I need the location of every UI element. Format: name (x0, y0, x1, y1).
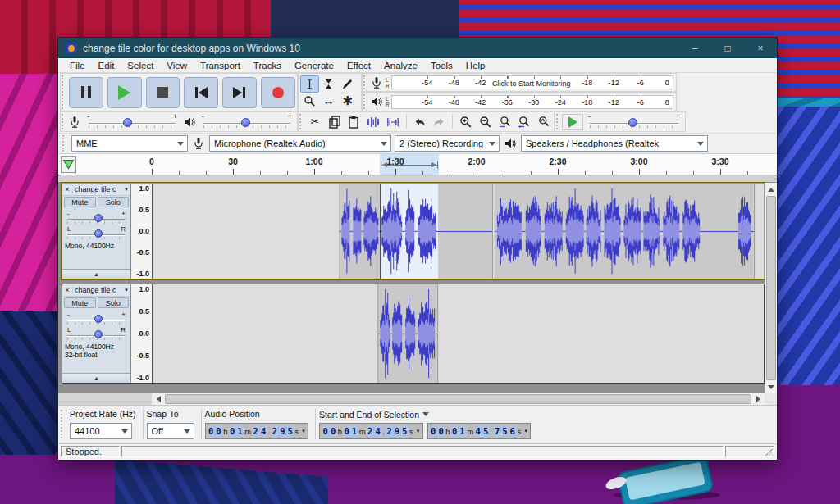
track-1-control-panel[interactable]: × change tile c ▼ Mute Solo - + (62, 184, 131, 279)
time-unit-label[interactable]: h (337, 427, 343, 436)
time-digit[interactable]: 1 (459, 425, 465, 437)
audio-track-2[interactable]: × change tile c ▼ Mute Solo - + (62, 284, 765, 384)
copy-button[interactable] (325, 113, 345, 130)
toolbar-grip[interactable] (299, 114, 304, 129)
recording-meter-scale[interactable]: -54-48-42 Click to Start Monitoring -18-… (391, 75, 673, 89)
time-unit-label[interactable]: h (222, 427, 228, 436)
time-digit[interactable]: 0 (208, 425, 214, 437)
fit-selection-button[interactable] (495, 113, 515, 130)
time-digit[interactable]: 2 (367, 425, 373, 437)
time-unit-label[interactable]: . (490, 427, 494, 436)
menu-item[interactable]: Effect (340, 61, 377, 70)
time-digit[interactable]: 6 (509, 425, 516, 437)
time-digit[interactable]: 1 (236, 425, 243, 437)
time-unit-label[interactable]: m (466, 427, 474, 436)
scroll-right-button[interactable] (752, 393, 765, 405)
time-digit[interactable]: 5 (482, 425, 489, 437)
slider-thumb[interactable] (94, 330, 103, 338)
selection-end-field[interactable]: 00h01m45.756s▼ (427, 423, 532, 439)
resize-grip[interactable] (765, 448, 773, 456)
horizontal-scrollbar[interactable] (58, 393, 777, 405)
project-rate-select[interactable]: 44100 (70, 423, 132, 439)
track-area[interactable]: × change tile c ▼ Mute Solo - + (58, 175, 777, 393)
menu-item[interactable]: Help (459, 61, 492, 70)
time-digit[interactable]: 2 (253, 425, 259, 437)
playback-volume-slider[interactable]: - + (202, 116, 292, 129)
playback-meter-toolbar[interactable]: LR -54-48-42-36-30-24-18-12-60 (362, 92, 677, 111)
toolbar-grip[interactable] (556, 114, 560, 129)
vertical-scrollbar[interactable] (765, 183, 777, 393)
menu-item[interactable]: Edit (92, 61, 121, 70)
time-digit[interactable]: 0 (451, 425, 458, 437)
zoom-toggle-button[interactable] (534, 113, 554, 130)
track-1-waveform-canvas[interactable] (153, 184, 764, 279)
slider-thumb[interactable] (241, 118, 250, 127)
audio-position-field[interactable]: 00h01m24.295s▼ (205, 423, 309, 439)
mute-button[interactable]: Mute (64, 297, 96, 308)
slider-thumb[interactable] (94, 229, 103, 238)
time-digit[interactable]: 2 (386, 425, 392, 437)
vertical-scrollbar-thumb[interactable] (766, 196, 776, 380)
selection-mode-dropdown[interactable]: Start and End of Selection (319, 409, 531, 420)
pan-slider[interactable]: L R (67, 225, 126, 240)
time-digit[interactable]: 5 (401, 425, 408, 437)
time-digit[interactable]: 0 (229, 425, 235, 437)
track-menu-dropdown-icon[interactable]: ▼ (124, 288, 129, 293)
recording-volume-slider[interactable]: - + (87, 116, 177, 129)
time-unit-label[interactable]: . (381, 427, 386, 436)
slider-thumb[interactable] (628, 118, 637, 127)
pan-slider[interactable]: L R (67, 326, 126, 341)
play-button[interactable] (107, 77, 142, 108)
time-digit[interactable]: 0 (437, 425, 444, 437)
play-at-speed-button[interactable] (562, 114, 583, 130)
trim-audio-button[interactable] (363, 113, 383, 130)
maximize-button[interactable]: □ (711, 38, 744, 58)
slider-thumb[interactable] (94, 214, 103, 222)
draw-tool-button[interactable] (338, 75, 357, 93)
menu-item[interactable]: Tracks (247, 61, 288, 70)
time-digit[interactable]: 0 (330, 425, 336, 437)
time-digit[interactable]: 2 (272, 425, 278, 437)
time-digit[interactable]: 0 (322, 425, 329, 437)
toolbar-grip[interactable] (363, 94, 368, 109)
minimize-button[interactable]: – (678, 38, 711, 58)
slider-thumb[interactable] (94, 315, 103, 323)
menu-item[interactable]: Tools (424, 61, 459, 70)
time-digit[interactable]: 4 (475, 425, 482, 437)
paste-button[interactable] (344, 113, 363, 130)
time-unit-label[interactable]: s (294, 427, 299, 436)
time-unit-label[interactable]: . (267, 427, 272, 436)
close-button[interactable]: × (744, 38, 777, 58)
time-unit-label[interactable]: s (409, 427, 414, 436)
time-digit[interactable]: 9 (394, 425, 400, 437)
zoom-tool-button[interactable] (300, 93, 319, 110)
track-menu-dropdown-icon[interactable]: ▼ (124, 187, 129, 192)
selection-start-field[interactable]: 00h01m24.295s▼ (319, 423, 423, 439)
solo-button[interactable]: Solo (98, 297, 130, 308)
horizontal-scrollbar-track[interactable] (164, 393, 752, 405)
silence-audio-button[interactable] (383, 113, 403, 130)
time-unit-label[interactable]: s (516, 427, 522, 436)
time-digit[interactable]: 9 (279, 425, 285, 437)
audio-host-select[interactable]: MME (71, 135, 188, 152)
playback-meter-scale[interactable]: -54-48-42-36-30-24-18-12-60 (391, 95, 673, 109)
snap-to-select[interactable]: Off (147, 423, 194, 439)
playback-device-select[interactable]: Speakers / Headphones (Realtek (521, 135, 708, 152)
track-close-button[interactable]: × (62, 185, 73, 193)
time-digit[interactable]: 5 (287, 425, 294, 437)
time-unit-label[interactable]: m (244, 427, 252, 436)
gain-slider[interactable]: - + (67, 210, 126, 225)
multi-tool-button[interactable]: ∗ (338, 93, 357, 110)
stop-button[interactable] (146, 77, 180, 108)
track-title[interactable]: change tile c (73, 286, 124, 294)
menu-item[interactable]: Analyze (377, 61, 424, 70)
redo-button[interactable] (429, 113, 449, 130)
horizontal-scrollbar-thumb[interactable] (165, 394, 751, 404)
time-shift-tool-button[interactable]: ↔ (319, 93, 338, 110)
track-2-vertical-ruler[interactable]: 1.0 0.5 0.0 -0.5 -1.0 (131, 284, 153, 383)
time-digit[interactable]: 4 (374, 425, 381, 437)
toolbar-grip[interactable] (61, 410, 65, 438)
skip-to-end-button[interactable] (222, 77, 257, 108)
track-2-waveform-area[interactable] (153, 284, 764, 383)
track-title[interactable]: change tile c (73, 185, 124, 193)
